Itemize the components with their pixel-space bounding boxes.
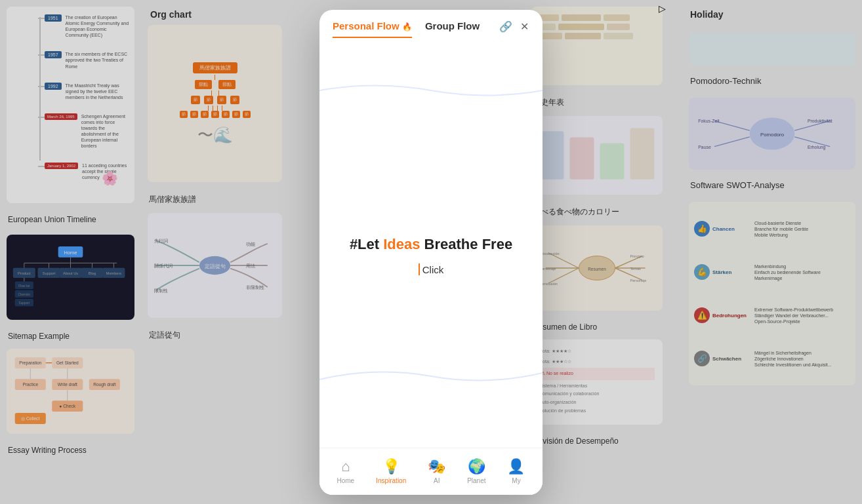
nav-planet[interactable]: 🌍 Planet xyxy=(461,454,492,488)
group-flow-label: Group Flow xyxy=(425,20,480,31)
cursor-indicator xyxy=(419,263,420,275)
close-button[interactable]: ✕ xyxy=(516,19,532,35)
personal-flow-label: Personal Flow xyxy=(333,20,400,31)
ai-label: AI xyxy=(434,477,440,484)
modal: Personal Flow 🔥 Group Flow 🔗 ✕ xyxy=(319,10,543,495)
home-icon: ⌂ xyxy=(341,458,350,475)
ai-icon: 🎭 xyxy=(428,458,445,475)
nav-ai[interactable]: 🎭 AI xyxy=(421,454,452,488)
inspiration-label: Inspiration xyxy=(376,477,406,484)
nav-inspiration[interactable]: 💡 Inspiration xyxy=(369,454,413,488)
my-label: My xyxy=(512,477,520,484)
home-label: Home xyxy=(337,477,354,484)
modal-overlay[interactable]: Personal Flow 🔥 Group Flow 🔗 ✕ xyxy=(0,0,862,504)
hero-text: #Let Ideas Breathe Free xyxy=(350,236,512,253)
group-flow-tab[interactable]: Group Flow xyxy=(425,20,480,38)
link-icon[interactable]: 🔗 xyxy=(498,19,514,35)
modal-content: #Let Ideas Breathe Free Click xyxy=(319,38,543,448)
planet-label: Planet xyxy=(467,477,485,484)
nav-my[interactable]: 👤 My xyxy=(501,454,531,488)
fire-icon: 🔥 xyxy=(402,22,412,31)
click-text: Click xyxy=(422,264,444,275)
cursor-line: Click xyxy=(419,263,444,275)
hero-text-highlight: Ideas xyxy=(383,236,420,252)
personal-flow-tab[interactable]: Personal Flow 🔥 xyxy=(333,20,412,38)
modal-nav: ⌂ Home 💡 Inspiration 🎭 AI 🌍 Planet 👤 My xyxy=(319,448,543,495)
inspiration-icon: 💡 xyxy=(382,458,400,475)
hero-text-pre: #Let xyxy=(350,236,383,252)
close-icon: ✕ xyxy=(520,20,529,33)
my-icon: 👤 xyxy=(507,458,525,475)
nav-home[interactable]: ⌂ Home xyxy=(330,454,361,488)
planet-icon: 🌍 xyxy=(468,458,485,475)
hero-text-post: Breathe Free xyxy=(421,236,513,252)
